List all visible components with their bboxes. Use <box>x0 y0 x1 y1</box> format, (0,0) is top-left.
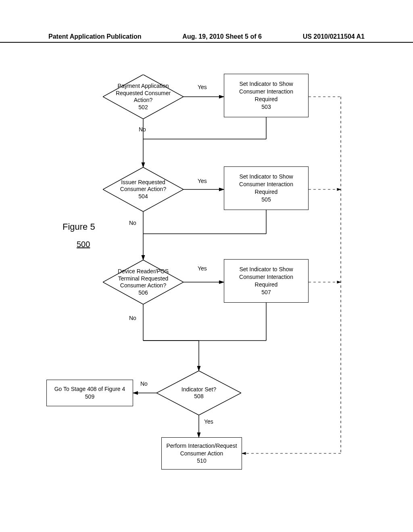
label-no-508: No <box>140 380 148 387</box>
label-yes-502: Yes <box>198 84 207 90</box>
decision-506-label: Device Reader/POS Terminal Requested Con… <box>103 260 184 304</box>
decision-508: Indicator Set?508 <box>156 371 241 415</box>
label-no-504: No <box>129 220 136 226</box>
decision-502: Payment Application Requested Consumer A… <box>103 75 184 119</box>
process-505-label: Set Indicator to Show Consumer Interacti… <box>228 173 304 204</box>
process-509-label: Go To Stage 408 of Figure 4509 <box>54 385 125 401</box>
process-510-label: Perform Interaction/Request Consumer Act… <box>166 442 238 465</box>
decision-506: Device Reader/POS Terminal Requested Con… <box>103 260 184 304</box>
decision-504: Issuer Requested Consumer Action?504 <box>103 167 184 212</box>
process-503-label: Set Indicator to Show Consumer Interacti… <box>228 80 304 111</box>
label-yes-506: Yes <box>198 265 207 272</box>
label-no-502: No <box>139 126 146 133</box>
decision-508-label: Indicator Set?508 <box>156 371 241 415</box>
label-yes-508: Yes <box>204 418 213 425</box>
process-507-label: Set Indicator to Show Consumer Interacti… <box>228 266 304 296</box>
process-507: Set Indicator to Show Consumer Interacti… <box>224 259 309 303</box>
label-yes-504: Yes <box>198 178 207 184</box>
process-509: Go To Stage 408 of Figure 4509 <box>46 380 133 406</box>
sheet-info: Aug. 19, 2010 Sheet 5 of 6 <box>182 33 262 40</box>
decision-504-label: Issuer Requested Consumer Action?504 <box>103 167 184 212</box>
process-503: Set Indicator to Show Consumer Interacti… <box>224 74 309 117</box>
figure-title: Figure 5 <box>63 222 95 232</box>
figure-number: 500 <box>77 240 90 249</box>
process-510: Perform Interaction/Request Consumer Act… <box>161 437 242 470</box>
flowchart-canvas: Figure 5 500 Payment Application Request… <box>0 48 413 516</box>
process-505: Set Indicator to Show Consumer Interacti… <box>224 166 309 210</box>
decision-502-label: Payment Application Requested Consumer A… <box>103 75 184 119</box>
patent-number: US 2010/0211504 A1 <box>303 33 365 40</box>
publication-label: Patent Application Publication <box>48 33 142 40</box>
label-no-506: No <box>129 315 136 321</box>
patent-header: Patent Application Publication Aug. 19, … <box>0 31 413 43</box>
